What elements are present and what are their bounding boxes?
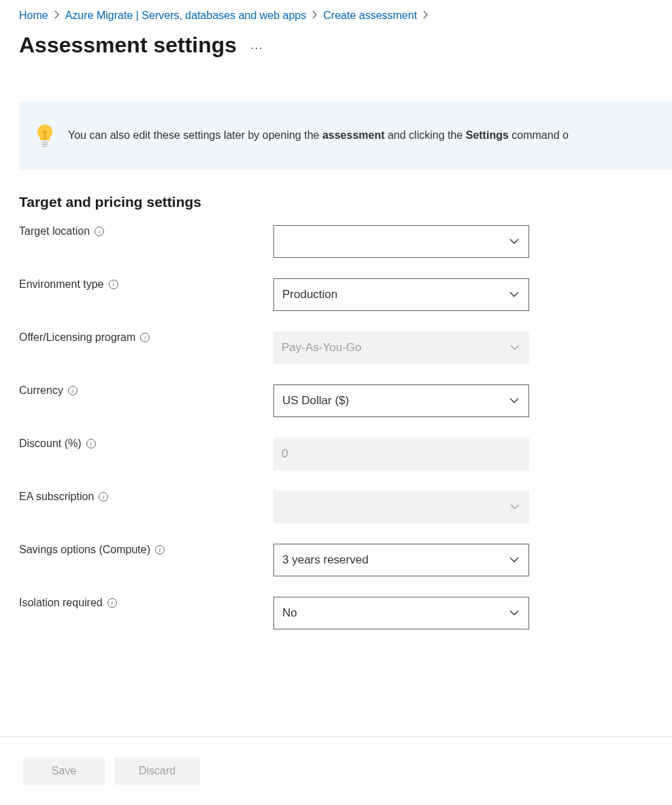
chevron-down-icon (510, 504, 520, 510)
info-icon[interactable]: i (155, 545, 165, 555)
dropdown-savings-options[interactable]: 3 years reserved (273, 544, 529, 576)
breadcrumb-link-azure-migrate[interactable]: Azure Migrate | Servers, databases and w… (65, 10, 307, 22)
lightbulb-icon (35, 123, 54, 148)
footer-actions: Save Discard (0, 736, 672, 805)
label-target-location: Target location i (19, 225, 273, 237)
info-icon[interactable]: i (140, 333, 150, 342)
label-currency: Currency i (19, 384, 273, 397)
chevron-right-icon (312, 10, 318, 22)
chevron-down-icon (509, 292, 519, 298)
chevron-down-icon (509, 557, 519, 563)
chevron-down-icon (509, 239, 519, 245)
label-discount: Discount (%) i (19, 438, 273, 450)
chevron-down-icon (509, 398, 519, 404)
info-banner: You can also edit these settings later b… (19, 101, 672, 169)
dropdown-target-location[interactable] (273, 225, 529, 258)
label-ea-subscription: EA subscription i (19, 491, 273, 503)
info-icon[interactable]: i (95, 227, 104, 236)
chevron-right-icon (422, 10, 429, 22)
discard-button[interactable]: Discard (114, 757, 200, 785)
info-icon[interactable]: i (99, 492, 108, 502)
svg-rect-0 (41, 142, 48, 143)
dropdown-ea-subscription (273, 491, 529, 523)
section-heading-target-pricing: Target and pricing settings (19, 194, 653, 210)
dropdown-environment-type[interactable]: Production (273, 278, 529, 311)
chevron-down-icon (510, 345, 520, 351)
label-isolation-required: Isolation required i (19, 597, 273, 609)
dropdown-isolation-required[interactable]: No (273, 597, 529, 629)
dropdown-currency[interactable]: US Dollar ($) (273, 384, 529, 417)
svg-rect-1 (42, 144, 48, 145)
label-savings-options: Savings options (Compute) i (19, 544, 273, 556)
chevron-right-icon (54, 10, 60, 22)
more-button[interactable]: ⋯ (250, 40, 263, 55)
svg-rect-2 (43, 146, 48, 147)
dropdown-offer-licensing: Pay-As-You-Go (273, 331, 529, 364)
breadcrumb-link-create-assessment[interactable]: Create assessment (323, 10, 417, 22)
info-icon[interactable]: i (68, 386, 78, 395)
breadcrumb-link-home[interactable]: Home (19, 10, 48, 22)
label-environment-type: Environment type i (19, 278, 273, 291)
info-icon[interactable]: i (86, 439, 96, 448)
save-button[interactable]: Save (23, 757, 105, 785)
label-offer-licensing: Offer/Licensing program i (19, 331, 273, 344)
info-icon[interactable]: i (109, 280, 118, 289)
input-discount: 0 (273, 438, 529, 470)
info-icon[interactable]: i (107, 598, 117, 608)
page-title: Assessment settings (19, 33, 237, 58)
breadcrumb: Home Azure Migrate | Servers, databases … (0, 0, 672, 22)
chevron-down-icon (509, 610, 519, 617)
title-row: Assessment settings ⋯ (0, 22, 672, 58)
banner-text: You can also edit these settings later b… (68, 129, 569, 142)
